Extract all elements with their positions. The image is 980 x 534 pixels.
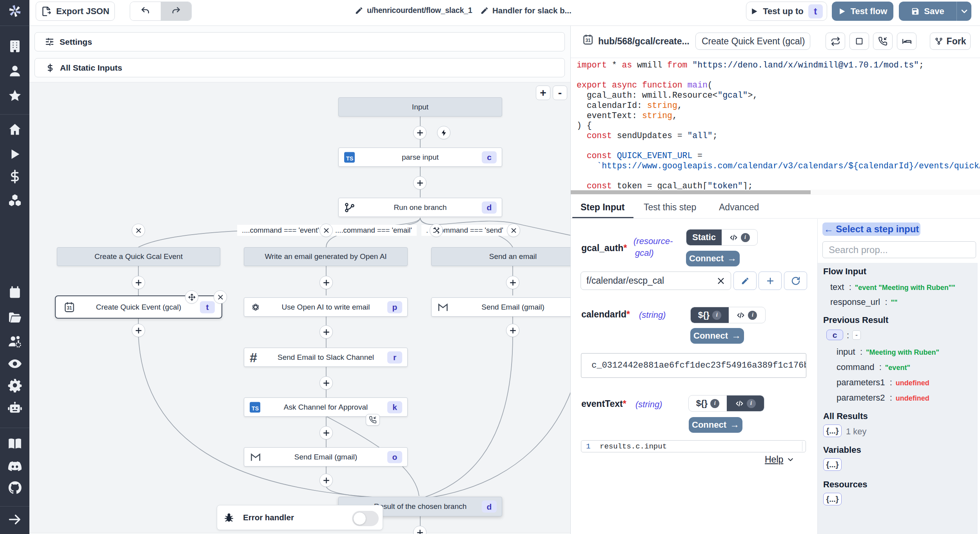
svg-text:31: 31: [585, 38, 591, 43]
